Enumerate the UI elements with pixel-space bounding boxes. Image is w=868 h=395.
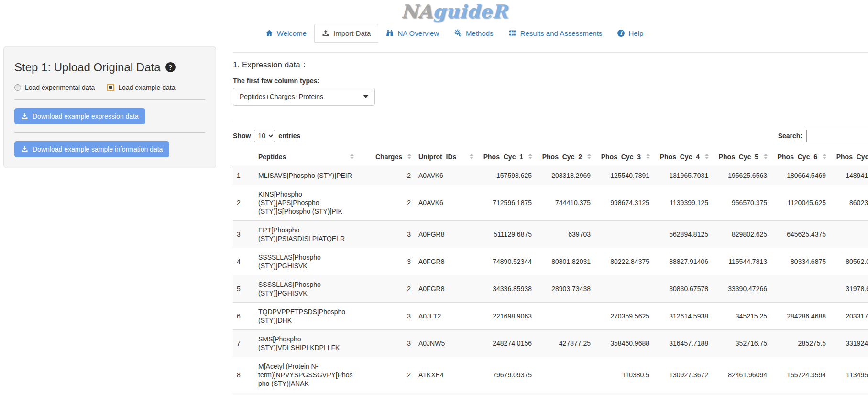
app-logo: NAguideR xyxy=(0,0,868,22)
sort-icon xyxy=(407,154,411,159)
sort-icon xyxy=(764,154,768,159)
row-index-cell: 2 xyxy=(233,185,254,220)
value-cell: 998674.3125 xyxy=(594,185,653,220)
header-peptides[interactable]: Peptides xyxy=(254,148,357,166)
uniprot-cell: A0JNW5 xyxy=(415,329,477,357)
main-content: 1. Expression data： The first few column… xyxy=(233,43,868,395)
value-cell: 358460.9688 xyxy=(594,329,653,357)
tab-label: Welcome xyxy=(277,29,307,37)
tab-na-overview[interactable]: NA Overview xyxy=(378,24,447,43)
header-row-index xyxy=(233,148,254,166)
value-cell xyxy=(594,220,653,248)
value-cell: 125540.7891 xyxy=(594,166,653,185)
charge-cell: 3 xyxy=(357,302,415,329)
header-phos-cyc-2[interactable]: Phos_Cyc_2 xyxy=(536,148,594,166)
value-cell: 345215.25 xyxy=(712,302,771,329)
header-phos-cyc-7[interactable]: Phos_Cyc_7 xyxy=(830,148,868,166)
tab-label: Import Data xyxy=(333,29,371,37)
tab-welcome[interactable]: Welcome xyxy=(258,24,314,43)
header-phos-cyc-5[interactable]: Phos_Cyc_5 xyxy=(712,148,771,166)
app-logo-na: NA xyxy=(401,0,432,22)
radio-unchecked-icon[interactable] xyxy=(14,84,21,91)
radio-label: Load example data xyxy=(118,84,175,91)
row-index-cell: 6 xyxy=(233,302,254,329)
value-cell xyxy=(594,275,653,302)
gears-icon xyxy=(454,29,462,37)
search-label: Search: xyxy=(778,132,802,140)
question-icon[interactable]: ? xyxy=(165,62,176,72)
download-icon xyxy=(21,145,28,153)
sort-icon xyxy=(350,154,354,159)
upload-panel: Step 1: Upload Original Data ? Load expe… xyxy=(3,46,216,168)
upload-icon xyxy=(322,29,330,37)
row-index-cell: 4 xyxy=(233,248,254,275)
header-phos-cyc-4[interactable]: Phos_Cyc_4 xyxy=(653,148,712,166)
table-row: 6TQDPVPPETPSDS[Phospho (STY)]DHK3A0JLT22… xyxy=(233,302,868,329)
radio-load-example[interactable]: Load example data xyxy=(107,84,175,91)
value-cell: 860231.875 xyxy=(830,185,868,220)
value-cell: 130927.3672 xyxy=(653,357,712,393)
divider xyxy=(233,52,868,53)
tab-label: Results and Assessments xyxy=(520,29,603,37)
value-cell: 148941.4688 xyxy=(830,166,868,185)
uniprot-cell: A1KXE4 xyxy=(415,357,477,393)
sort-icon xyxy=(646,154,650,159)
value-cell: 829802.625 xyxy=(712,220,771,248)
value-cell: 180664.5469 xyxy=(771,166,830,185)
value-cell: 80334.6875 xyxy=(771,248,830,275)
value-cell: 744410.375 xyxy=(536,185,594,220)
table-row: 8M[Acetyl (Protein N-term)]NPVYSPGSSGVPY… xyxy=(233,357,868,393)
value-cell: 113495.2891 xyxy=(830,357,868,393)
tab-results-assessments[interactable]: Results and Assessments xyxy=(501,24,610,43)
header-phos-cyc-6[interactable]: Phos_Cyc_6 xyxy=(771,148,830,166)
header-charges[interactable]: Charges xyxy=(357,148,415,166)
download-sample-info-button[interactable]: Download example sample information data xyxy=(14,141,169,157)
value-cell: 155724.3594 xyxy=(771,357,830,393)
button-label: Download example expression data xyxy=(33,112,139,120)
search-input[interactable] xyxy=(806,130,868,142)
table-icon xyxy=(509,29,516,37)
show-label: Show xyxy=(233,132,251,140)
section-title: 1. Expression data： xyxy=(233,59,868,70)
value-cell: 131965.7031 xyxy=(653,166,712,185)
peptide-cell: SSSSLLAS[Phospho (STY)]PGHISVK xyxy=(254,275,357,302)
value-cell: 712596.1875 xyxy=(477,185,536,220)
sidebar: Step 1: Upload Original Data ? Load expe… xyxy=(3,46,216,168)
value-cell: 285275.5 xyxy=(771,329,830,357)
download-expression-button[interactable]: Download example expression data xyxy=(14,108,145,124)
radio-checked-icon[interactable] xyxy=(107,84,114,91)
table-row: 3EPT[Phospho (STY)]PSIASDISLPIATQELR3A0F… xyxy=(233,220,868,248)
charge-cell: 3 xyxy=(357,248,415,275)
home-icon xyxy=(265,29,273,37)
expression-data-table: Peptides Charges Uniprot_IDs Phos_Cyc_1 … xyxy=(233,148,868,393)
header-uniprot-ids[interactable]: Uniprot_IDs xyxy=(415,148,477,166)
value-cell xyxy=(536,357,594,393)
page-length-select[interactable]: 10 xyxy=(254,130,275,142)
charge-cell: 3 xyxy=(357,220,415,248)
panel-title-text: Step 1: Upload Original Data xyxy=(14,61,161,74)
value-cell: 221698.9063 xyxy=(477,302,536,329)
peptide-cell: KINS[Phospho (STY)]APS[Phospho (STY)]S[P… xyxy=(254,185,357,220)
tab-methods[interactable]: Methods xyxy=(447,24,501,43)
value-cell: 1120045.625 xyxy=(771,185,830,220)
value-cell: 80801.82031 xyxy=(536,248,594,275)
radio-load-experimental[interactable]: Load experimental data xyxy=(14,84,95,91)
uniprot-cell: A0AVK6 xyxy=(415,166,477,185)
column-types-select[interactable]: Peptides+Charges+Proteins xyxy=(233,88,375,106)
value-cell: 248274.0156 xyxy=(477,329,536,357)
value-cell: 316457.7188 xyxy=(653,329,712,357)
search-control: Search: xyxy=(778,130,868,142)
value-cell: 511129.6875 xyxy=(477,220,536,248)
header-phos-cyc-3[interactable]: Phos_Cyc_3 xyxy=(594,148,653,166)
value-cell: 195625.6563 xyxy=(712,166,771,185)
header-phos-cyc-1[interactable]: Phos_Cyc_1 xyxy=(477,148,536,166)
tab-help[interactable]: i Help xyxy=(610,24,651,43)
tab-import-data[interactable]: Import Data xyxy=(314,24,378,43)
button-label: Download example sample information data xyxy=(33,145,163,153)
divider xyxy=(233,122,868,122)
radio-label: Load experimental data xyxy=(25,84,95,91)
value-cell: 157593.625 xyxy=(477,166,536,185)
value-cell: 427877.25 xyxy=(536,329,594,357)
column-types-label: The first few column types: xyxy=(233,77,868,85)
sort-icon xyxy=(528,154,532,159)
